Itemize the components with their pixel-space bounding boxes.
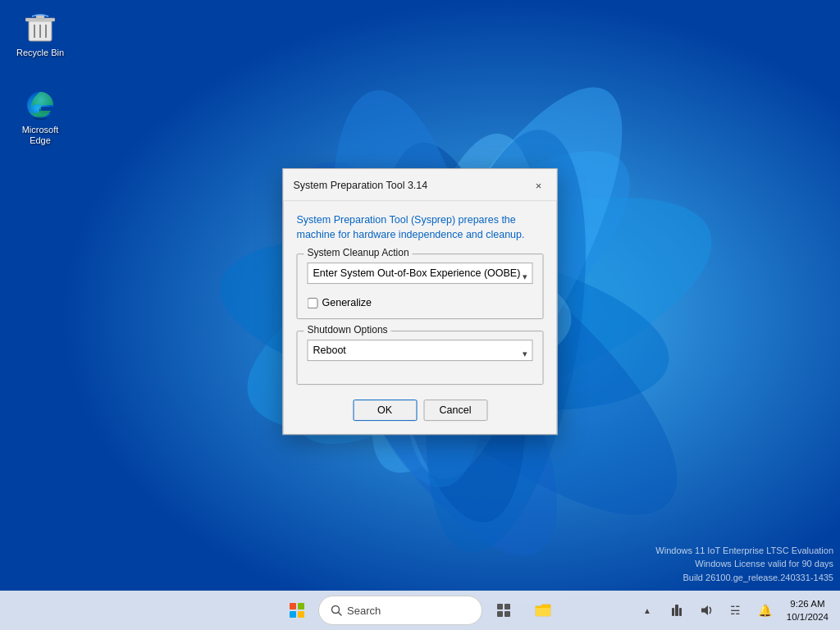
shutdown-options-group: Shutdown Options Quit Reboot Shutdown (297, 331, 544, 385)
tray-overflow-button[interactable]: ▲ (634, 597, 660, 623)
svg-rect-27 (675, 605, 678, 616)
dialog-description: System Preparation Tool (Sysprep) prepar… (297, 212, 544, 242)
file-explorer-button[interactable] (525, 592, 561, 628)
svg-rect-24 (497, 611, 503, 617)
taskbar-center: Search (279, 592, 561, 628)
svg-rect-26 (536, 608, 550, 616)
cleanup-action-select[interactable]: Enter System Out-of-Box Experience (OOBE… (308, 262, 533, 284)
svg-point-19 (34, 116, 47, 120)
edge-label: Microsoft Edge (11, 125, 69, 146)
volume-icon[interactable] (693, 597, 719, 623)
dialog-overlay: System Preparation Tool 3.14 × System Pr… (0, 0, 840, 630)
task-view-button[interactable] (486, 592, 522, 628)
microsoft-edge-icon[interactable]: Microsoft Edge (11, 89, 69, 146)
taskbar: Search ▲ (0, 591, 840, 630)
cleanup-action-label: System Cleanup Action (304, 247, 413, 258)
sysprep-dialog: System Preparation Tool 3.14 × System Pr… (283, 168, 558, 435)
desktop: Recycle Bin Microsoft (0, 0, 840, 630)
watermark-line3: Build 26100.ge_release.240331-1435 (655, 571, 833, 585)
svg-rect-28 (672, 608, 674, 616)
watermark-line2: Windows License valid for 90 days (655, 557, 833, 571)
recycle-bin-label: Recycle Bin (16, 48, 64, 58)
clock-date: 10/1/2024 (787, 610, 829, 623)
extra-tray-icon[interactable]: ☵ (723, 597, 749, 623)
volume-status-icon (699, 603, 714, 618)
shutdown-options-select-wrapper: Quit Reboot Shutdown (308, 340, 533, 368)
generalize-row: Generalize (308, 297, 533, 308)
svg-rect-22 (497, 604, 503, 609)
cleanup-action-group: System Cleanup Action Enter System Out-o… (297, 253, 544, 319)
svg-line-21 (339, 613, 342, 616)
clock[interactable]: 9:26 AM 10/1/2024 (782, 597, 833, 623)
watermark: Windows 11 IoT Enterprise LTSC Evaluatio… (655, 544, 833, 585)
search-icon (331, 605, 342, 616)
generalize-label: Generalize (322, 297, 372, 308)
dialog-buttons: OK Cancel (297, 396, 544, 421)
search-label: Search (347, 605, 381, 617)
dialog-body: System Preparation Tool (Sysprep) prepar… (284, 201, 557, 434)
windows-logo-icon (290, 603, 304, 618)
svg-rect-23 (504, 604, 510, 609)
task-view-icon (495, 602, 512, 619)
dialog-titlebar: System Preparation Tool 3.14 × (284, 169, 557, 201)
svg-rect-29 (679, 608, 682, 616)
generalize-checkbox[interactable] (308, 298, 318, 308)
dialog-close-button[interactable]: × (529, 176, 549, 195)
network-status-icon (669, 603, 684, 618)
network-icon[interactable] (664, 597, 690, 623)
start-button[interactable] (279, 592, 315, 628)
cleanup-action-select-wrapper: Enter System Out-of-Box Experience (OOBE… (308, 262, 533, 290)
dialog-title: System Preparation Tool 3.14 (294, 180, 428, 191)
ok-button[interactable]: OK (353, 399, 417, 421)
svg-rect-25 (504, 611, 510, 617)
notifications-icon[interactable]: 🔔 (752, 597, 778, 623)
system-tray: ▲ ☵ 🔔 (634, 591, 840, 630)
clock-time: 9:26 AM (790, 597, 824, 610)
recycle-bin-icon[interactable]: Recycle Bin (11, 11, 69, 58)
search-box[interactable]: Search (318, 596, 482, 625)
shutdown-options-select[interactable]: Quit Reboot Shutdown (308, 340, 533, 361)
watermark-line1: Windows 11 IoT Enterprise LTSC Evaluatio… (655, 544, 833, 558)
shutdown-options-label: Shutdown Options (304, 324, 391, 336)
file-explorer-icon (534, 602, 552, 619)
cancel-button[interactable]: Cancel (423, 399, 487, 421)
